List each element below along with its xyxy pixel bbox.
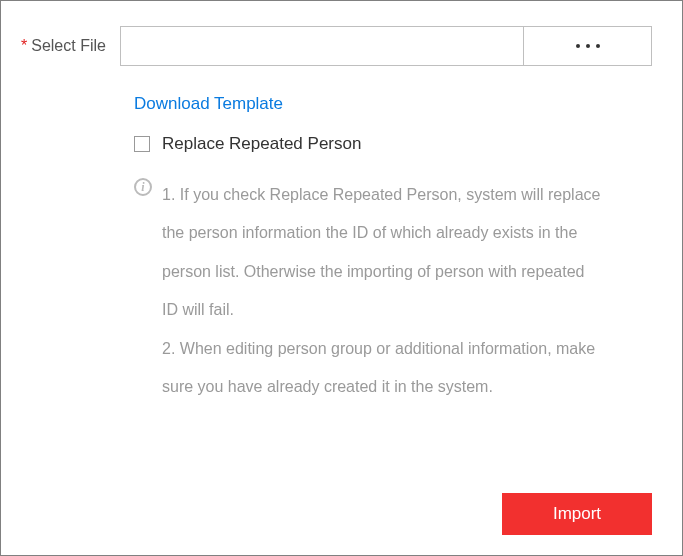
info-icon: i <box>134 178 152 196</box>
info-text: 1. If you check Replace Repeated Person,… <box>162 176 602 406</box>
download-template-link[interactable]: Download Template <box>134 94 283 114</box>
ellipsis-icon <box>576 44 600 48</box>
select-file-label-group: * Select File <box>21 37 106 55</box>
select-file-row: * Select File <box>21 26 652 66</box>
select-file-label: Select File <box>31 37 106 55</box>
browse-button[interactable] <box>524 26 652 66</box>
required-indicator: * <box>21 37 27 55</box>
replace-repeated-row: Replace Repeated Person <box>134 134 652 154</box>
info-row: i 1. If you check Replace Repeated Perso… <box>134 176 652 406</box>
dialog-footer: Import <box>21 493 652 535</box>
replace-repeated-label: Replace Repeated Person <box>162 134 361 154</box>
import-dialog: * Select File Download Template Replace … <box>0 0 683 556</box>
replace-repeated-checkbox[interactable] <box>134 136 150 152</box>
file-path-input[interactable] <box>120 26 524 66</box>
options-section: Download Template Replace Repeated Perso… <box>134 94 652 406</box>
import-button[interactable]: Import <box>502 493 652 535</box>
